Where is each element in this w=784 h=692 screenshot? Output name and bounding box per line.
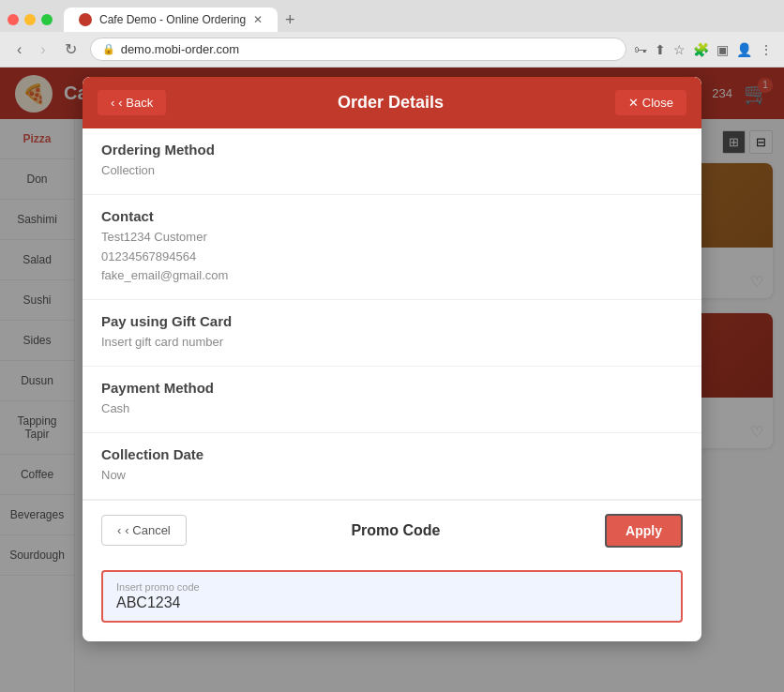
collection-date-section: Collection Date Now <box>83 433 701 500</box>
promo-input-label: Insert promo code <box>116 581 668 593</box>
tab-title: Cafe Demo - Online Ordering <box>99 13 246 26</box>
layout-icon[interactable]: ▣ <box>716 42 729 57</box>
modal-body: Ordering Method Collection Contact Test1… <box>83 128 701 641</box>
back-button-label: ‹ Back <box>118 96 153 110</box>
contact-value: Test1234 Customer01234567894564fake_emai… <box>101 228 683 286</box>
ordering-method-label: Ordering Method <box>101 142 683 158</box>
tab-bar: Cafe Demo - Online Ordering ✕ + <box>0 0 784 32</box>
back-chevron-icon: ‹ <box>111 96 114 110</box>
app-container: 🍕 Ca 234 🛒 1 Pizza Don Sashimi Salad Sus… <box>0 68 784 692</box>
promo-input-value: ABC1234 <box>116 594 668 611</box>
promo-input-wrapper: Insert promo code ABC1234 <box>83 561 701 641</box>
ordering-method-value: Collection <box>101 161 683 181</box>
menu-icon[interactable]: ⋮ <box>760 42 773 57</box>
ordering-method-section: Ordering Method Collection <box>83 128 701 195</box>
reload-button[interactable]: ↻ <box>59 38 83 60</box>
payment-method-value: Cash <box>101 399 683 419</box>
window-close-control[interactable] <box>8 14 19 25</box>
browser-chrome: Cafe Demo - Online Ordering ✕ + ‹ › ↻ 🔒 … <box>0 0 784 68</box>
cancel-label: ‹ Cancel <box>125 523 170 537</box>
promo-code-title: Promo Code <box>187 522 605 539</box>
cancel-chevron-icon: ‹ <box>117 523 121 537</box>
profile-icon[interactable]: 👤 <box>736 42 752 57</box>
window-minimize-control[interactable] <box>24 14 36 25</box>
forward-button[interactable]: › <box>35 39 51 60</box>
window-maximize-control[interactable] <box>41 14 53 25</box>
url-bar[interactable]: 🔒 demo.mobi-order.com <box>90 38 626 61</box>
toolbar-icons: 🗝 ⬆ ☆ 🧩 ▣ 👤 ⋮ <box>634 42 773 57</box>
cancel-button[interactable]: ‹ ‹ Cancel <box>101 515 187 546</box>
new-tab-button[interactable]: + <box>278 10 303 30</box>
key-icon[interactable]: 🗝 <box>634 42 647 57</box>
address-bar: ‹ › ↻ 🔒 demo.mobi-order.com 🗝 ⬆ ☆ 🧩 ▣ 👤 … <box>0 32 784 67</box>
modal-back-button[interactable]: ‹ ‹ Back <box>98 90 166 115</box>
modal-title: Order Details <box>166 93 615 113</box>
main-content: 🍕 Ca 234 🛒 1 Pizza Don Sashimi Salad Sus… <box>0 68 784 692</box>
gift-card-label: Pay using Gift Card <box>101 313 683 329</box>
promo-input-box[interactable]: Insert promo code ABC1234 <box>101 570 683 623</box>
window-controls <box>8 14 53 25</box>
payment-method-label: Payment Method <box>101 380 683 396</box>
extensions-icon[interactable]: 🧩 <box>693 42 709 57</box>
contact-label: Contact <box>101 208 683 224</box>
modal-close-button[interactable]: ✕ Close <box>615 90 686 115</box>
collection-date-label: Collection Date <box>101 446 683 462</box>
promo-header: ‹ ‹ Cancel Promo Code Apply <box>83 500 701 561</box>
contact-section: Contact Test1234 Customer01234567894564f… <box>83 195 701 300</box>
modal-header: ‹ ‹ Back Order Details ✕ Close <box>83 77 701 128</box>
active-tab[interactable]: Cafe Demo - Online Ordering ✕ <box>64 8 278 32</box>
payment-method-section: Payment Method Cash <box>83 367 701 433</box>
gift-card-section[interactable]: Pay using Gift Card Insert gift card num… <box>83 300 701 367</box>
collection-date-value: Now <box>101 466 683 486</box>
promo-code-section: ‹ ‹ Cancel Promo Code Apply Insert promo… <box>83 500 701 641</box>
star-icon[interactable]: ☆ <box>673 42 686 57</box>
gift-card-placeholder: Insert gift card number <box>101 333 683 353</box>
url-text: demo.mobi-order.com <box>121 42 239 56</box>
modal-overlay: ‹ ‹ Back Order Details ✕ Close Ordering … <box>0 68 784 692</box>
order-details-modal: ‹ ‹ Back Order Details ✕ Close Ordering … <box>83 77 701 641</box>
tab-favicon <box>79 13 92 26</box>
share-icon[interactable]: ⬆ <box>655 42 666 57</box>
back-button[interactable]: ‹ <box>11 39 27 60</box>
lock-icon: 🔒 <box>102 43 115 55</box>
tab-close-button[interactable]: ✕ <box>253 13 263 26</box>
close-button-label: Close <box>642 96 673 110</box>
close-icon: ✕ <box>628 96 639 110</box>
apply-button[interactable]: Apply <box>605 514 683 548</box>
